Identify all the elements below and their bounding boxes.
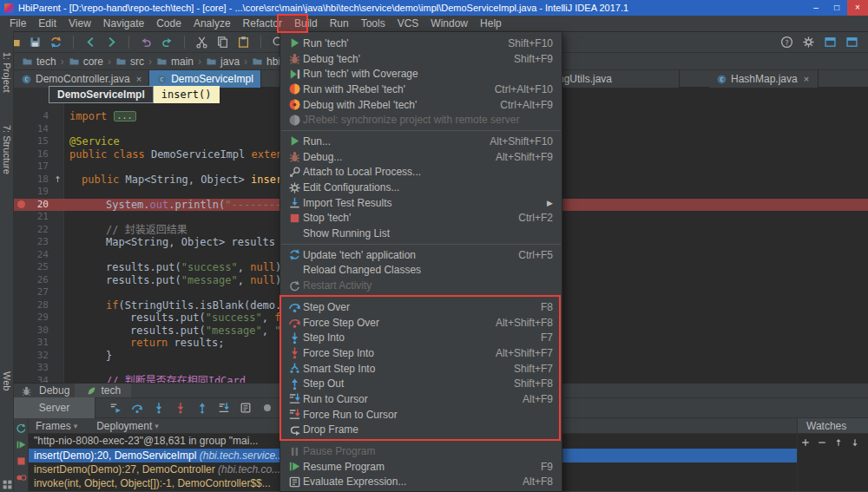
run-menu-item-run-to-cursor[interactable]: Run to CursorAlt+F9 xyxy=(280,391,562,407)
deployment-dropdown[interactable]: Deployment▾ xyxy=(96,420,159,432)
run-to-cursor-icon[interactable] xyxy=(216,401,231,416)
structure-popup-member[interactable]: insert() xyxy=(154,86,220,103)
menu-refactor[interactable]: Refactor xyxy=(237,16,288,32)
run-menu-item-show-running-list[interactable]: Show Running List xyxy=(280,226,562,241)
step-over-icon[interactable] xyxy=(129,401,144,416)
run-menu-item-smart-step-into[interactable]: Smart Step IntoShift+F7 xyxy=(280,361,562,377)
run-menu-item-resume-program[interactable]: Resume ProgramF9 xyxy=(280,459,562,475)
server-tab[interactable]: Server xyxy=(14,397,95,418)
run-menu-item-run-with-jrebel-tech[interactable]: Run with JRebel 'tech'Ctrl+Alt+F10 xyxy=(280,82,562,97)
cut-icon[interactable] xyxy=(194,35,209,49)
run-menu-item-run-tech[interactable]: Run 'tech'Shift+F10 xyxy=(280,36,562,51)
menu-analyze[interactable]: Analyze xyxy=(187,16,237,32)
gutter-space xyxy=(14,161,28,174)
run-menu-item-step-over[interactable]: Step OverF8 xyxy=(280,299,562,315)
settings-icon[interactable] xyxy=(801,35,816,49)
debug-session-tab[interactable]: tech xyxy=(75,384,131,397)
close-tab-icon[interactable]: × xyxy=(804,74,809,84)
rerun-icon[interactable] xyxy=(15,422,27,434)
breadcrumb-item-core[interactable]: core xyxy=(66,56,106,68)
breadcrumb-item-tech[interactable]: tech xyxy=(19,56,59,68)
run-menu-item-stop-tech[interactable]: Stop 'tech'Ctrl+F2 xyxy=(280,211,562,226)
minus-icon[interactable] xyxy=(816,436,828,449)
breadcrumb-item-src[interactable]: src xyxy=(113,56,147,68)
menu-edit[interactable]: Edit xyxy=(32,16,62,32)
run-menu-item-force-step-into[interactable]: Force Step IntoAlt+Shift+F7 xyxy=(280,345,562,361)
menu-window[interactable]: Window xyxy=(424,16,474,32)
run-menu-item-debug-with-jrebel-tech[interactable]: Debug with JRebel 'tech'Ctrl+Alt+F9 xyxy=(280,97,562,113)
class-icon: C xyxy=(156,74,168,85)
run-menu-item-force-step-over[interactable]: Force Step OverAlt+Shift+F8 xyxy=(280,315,562,331)
menu-tools[interactable]: Tools xyxy=(355,16,391,32)
run-menu-item-debug[interactable]: Debug...Alt+Shift+F9 xyxy=(280,149,562,165)
run-menu-item-run[interactable]: Run...Alt+Shift+F10 xyxy=(280,134,562,149)
sync-icon[interactable] xyxy=(49,35,63,49)
run-menu-item-update-tech-application[interactable]: Update 'tech' applicationCtrl+F5 xyxy=(280,247,562,263)
view-breakpoints-icon[interactable] xyxy=(15,471,27,483)
stop-icon[interactable] xyxy=(15,455,27,467)
maximize-button[interactable]: □ xyxy=(826,0,847,16)
forward-icon[interactable] xyxy=(104,35,119,49)
window-icon[interactable] xyxy=(823,35,838,49)
run-menu-item-step-out[interactable]: Step OutShift+F8 xyxy=(280,376,562,391)
import-icon xyxy=(286,196,303,209)
spring-leaf-icon xyxy=(85,384,97,397)
menu-view[interactable]: View xyxy=(62,16,97,32)
run-menu-item-attach-to-local-process[interactable]: Attach to Local Process... xyxy=(280,165,562,180)
minimize-button[interactable]: – xyxy=(806,0,826,16)
step-out-icon[interactable] xyxy=(194,401,209,416)
run-menu-item-import-test-results[interactable]: Import Test Results▶ xyxy=(280,195,562,211)
run-menu-item-evaluate-expression[interactable]: Evaluate Expression...Alt+F8 xyxy=(280,475,562,490)
run-menu-item-drop-frame[interactable]: Drop Frame xyxy=(280,423,562,438)
resume-icon[interactable] xyxy=(15,438,27,450)
tool-window-button-web[interactable]: Web xyxy=(2,371,12,390)
redo-icon[interactable] xyxy=(160,35,174,49)
save-all-icon[interactable] xyxy=(28,35,43,49)
run-menu-item-step-into[interactable]: Step IntoF7 xyxy=(280,330,562,345)
frames-dropdown[interactable]: Frames▾ xyxy=(36,420,77,432)
down-icon[interactable] xyxy=(849,436,861,449)
window-icon[interactable] xyxy=(845,35,859,49)
run-menu-item-debug-tech[interactable]: Debug 'tech'Shift+F9 xyxy=(280,51,562,67)
run-menu-item-run-tech-with-coverage[interactable]: Run 'tech' with Coverage xyxy=(280,66,562,82)
menu-navigate[interactable]: Navigate xyxy=(97,16,150,32)
breadcrumb-item-main[interactable]: main xyxy=(154,56,196,68)
run-menu-item-pause-program[interactable]: Pause Program xyxy=(280,443,562,459)
plus-icon[interactable] xyxy=(799,436,812,449)
mute-breakpoints-icon[interactable] xyxy=(260,401,274,416)
execution-point-icon[interactable] xyxy=(108,401,122,416)
tool-windows-icon[interactable] xyxy=(2,479,12,489)
menu-file[interactable]: File xyxy=(3,16,32,32)
code-text: System.out.println("------------ xyxy=(64,199,306,212)
breadcrumb-item-java[interactable]: java xyxy=(203,56,242,68)
breakpoint-icon[interactable] xyxy=(14,199,28,212)
close-tab-icon[interactable]: × xyxy=(136,74,141,84)
tab-democontroller-java[interactable]: CDemoController.java× xyxy=(14,70,149,88)
menu-code[interactable]: Code xyxy=(150,16,187,32)
undo-icon[interactable] xyxy=(139,35,154,49)
tool-window-button-7-structure[interactable]: 7: Structure xyxy=(2,125,12,174)
menu-vcs[interactable]: VCS xyxy=(391,16,425,32)
folded-region[interactable]: ... xyxy=(114,111,136,121)
tab-hashmap-java[interactable]: CHashMap.java× xyxy=(709,70,819,88)
run-menu-item-reload-changed-classes[interactable]: Reload Changed Classes xyxy=(280,263,562,279)
close-button[interactable]: × xyxy=(847,0,868,16)
force-step-into-icon[interactable] xyxy=(173,401,187,416)
run-menu-item-force-run-to-cursor[interactable]: Force Run to Cursor xyxy=(280,407,562,423)
evaluate-icon[interactable] xyxy=(238,401,253,416)
paste-icon[interactable] xyxy=(236,35,251,49)
tool-window-button-1-project[interactable]: 1: Project xyxy=(2,52,12,92)
step-into-icon[interactable] xyxy=(151,401,166,416)
up-icon[interactable] xyxy=(832,436,845,449)
back-icon[interactable] xyxy=(83,35,98,49)
breadcrumb-item-hbi[interactable]: hbi xyxy=(249,56,283,68)
copy-icon[interactable] xyxy=(215,35,230,49)
help-icon[interactable]: ? xyxy=(779,35,794,49)
run-menu-item-edit-configurations[interactable]: Edit Configurations... xyxy=(280,180,562,195)
menu-help[interactable]: Help xyxy=(474,16,508,32)
tab-demoserviceimpl[interactable]: CDemoServiceImpl xyxy=(149,70,261,88)
run-menu-item-jrebel-synchronize-project-with-remote-server[interactable]: JRebel: synchronize project with remote … xyxy=(280,112,562,128)
run-menu-item-restart-activity[interactable]: Restart Activity xyxy=(280,278,562,293)
menu-build[interactable]: Build xyxy=(288,16,324,32)
menu-run[interactable]: Run xyxy=(324,16,355,32)
